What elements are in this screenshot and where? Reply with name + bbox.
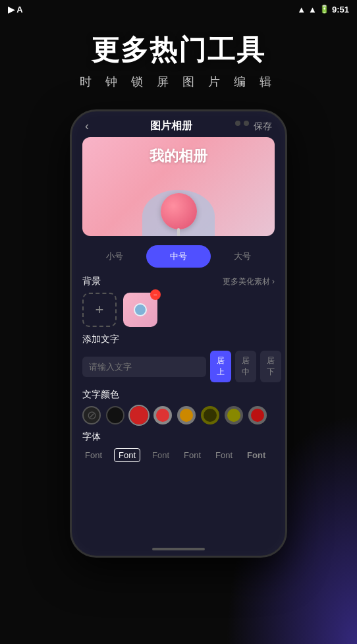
status-right: ▲ ▲ 🔋 9:51 <box>297 5 349 15</box>
font-item-5[interactable]: Font <box>244 449 268 461</box>
position-bottom-button[interactable]: 居下 <box>260 351 281 382</box>
size-selector: 小号 中号 大号 <box>82 245 275 268</box>
preview-area: 我的相册 <box>82 137 275 236</box>
background-section: 背景 更多美化素材 › + − <box>72 276 285 327</box>
app-icon-left: ▶ A <box>8 5 23 15</box>
delete-badge[interactable]: − <box>150 289 161 300</box>
font-item-0[interactable]: Font <box>82 449 105 461</box>
color-red-3[interactable] <box>248 406 267 424</box>
wifi-icon: ▲ <box>308 5 317 15</box>
text-section-label: 添加文字 <box>82 334 119 345</box>
color-header: 文字颜色 <box>82 389 275 401</box>
lollipop-candy <box>161 193 197 229</box>
background-header: 背景 更多美化素材 › <box>82 276 275 287</box>
font-header: 字体 <box>82 431 275 443</box>
back-button[interactable]: ‹ <box>85 119 89 133</box>
background-items: + − <box>82 293 275 327</box>
text-input-row: 居上 居中 居下 <box>82 351 275 382</box>
add-background-button[interactable]: + <box>82 293 117 327</box>
color-row: ⊘ <box>82 406 275 424</box>
status-left: ▶ A <box>8 5 23 15</box>
color-red-2[interactable] <box>153 406 172 424</box>
no-color-icon: ⊘ <box>87 409 97 421</box>
nav-title: 图片相册 <box>150 119 192 133</box>
home-indicator <box>152 548 205 550</box>
size-small-button[interactable]: 小号 <box>82 245 146 268</box>
lollipop-decoration <box>142 190 215 236</box>
signal-icon: ▲ <box>297 5 306 15</box>
camera-dots <box>235 121 249 126</box>
font-row: Font Font Font Font Font Font Font <box>82 448 275 462</box>
time-display: 9:51 <box>332 5 349 15</box>
bg-item-center-dot <box>134 303 147 316</box>
camera-dot-1 <box>235 121 240 126</box>
color-olive[interactable] <box>225 406 243 424</box>
main-content: 更多热门工具 时 钟 锁 屏 图 片 编 辑 ‹ 图片相册 保存 我的相册 小号 <box>0 18 357 644</box>
background-item-1[interactable]: − <box>123 293 157 327</box>
text-input-field[interactable] <box>82 357 206 377</box>
position-middle-button[interactable]: 居中 <box>235 351 256 382</box>
size-medium-button[interactable]: 中号 <box>146 245 210 268</box>
color-gold[interactable] <box>177 406 196 424</box>
font-label: 字体 <box>82 431 101 443</box>
phone-mockup: ‹ 图片相册 保存 我的相册 小号 中号 大号 背景 更多美化素材 › <box>70 109 287 558</box>
background-more-link[interactable]: 更多美化素材 › <box>223 276 275 287</box>
font-item-2[interactable]: Font <box>150 449 172 461</box>
font-item-3[interactable]: Font <box>181 449 204 461</box>
font-item-1[interactable]: Font <box>114 448 140 462</box>
color-section: 文字颜色 ⊘ <box>72 389 285 424</box>
hero-title: 更多热门工具 <box>92 32 265 69</box>
add-icon: + <box>96 301 104 318</box>
hero-subtitle: 时 钟 锁 屏 图 片 编 辑 <box>80 74 277 90</box>
phone-nav-bar: ‹ 图片相册 保存 <box>72 111 285 137</box>
status-bar: ▶ A ▲ ▲ 🔋 9:51 <box>0 0 357 18</box>
size-large-button[interactable]: 大号 <box>211 245 275 268</box>
color-black[interactable] <box>106 406 124 424</box>
font-item-4[interactable]: Font <box>213 449 235 461</box>
save-button[interactable]: 保存 <box>254 121 272 132</box>
background-label: 背景 <box>82 276 101 287</box>
position-top-button[interactable]: 居上 <box>210 351 231 382</box>
font-section: 字体 Font Font Font Font Font Font Font <box>72 431 285 462</box>
color-red-1[interactable] <box>130 406 148 424</box>
color-olive-dark[interactable] <box>201 406 219 424</box>
lollipop-plate <box>142 190 215 236</box>
album-title-text: 我的相册 <box>150 146 207 166</box>
color-label: 文字颜色 <box>82 389 119 401</box>
text-section: 添加文字 居上 居中 居下 <box>72 334 285 382</box>
battery-icon: 🔋 <box>319 5 329 14</box>
camera-dot-2 <box>244 121 249 126</box>
color-none[interactable]: ⊘ <box>82 406 101 424</box>
text-section-header: 添加文字 <box>82 334 275 345</box>
